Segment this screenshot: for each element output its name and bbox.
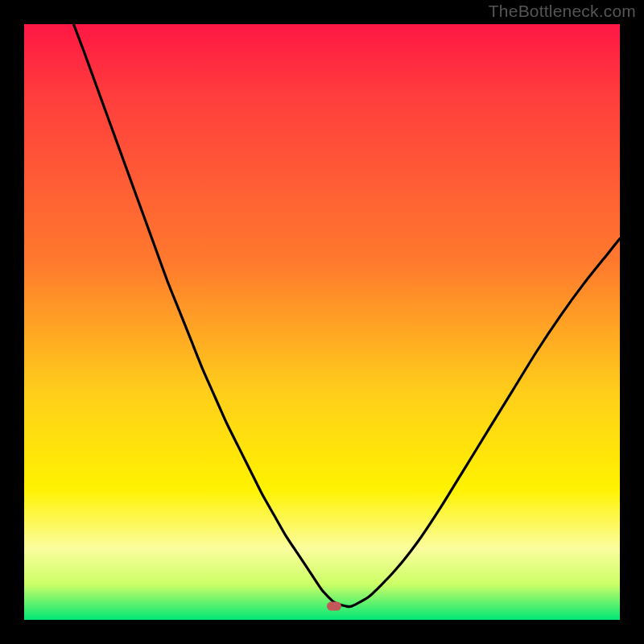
plot-area <box>24 24 620 620</box>
chart-frame: TheBottleneck.com <box>0 0 644 644</box>
optimal-point-marker <box>327 601 341 610</box>
curve-layer <box>24 24 620 620</box>
watermark-text: TheBottleneck.com <box>489 2 636 21</box>
bottleneck-curve <box>73 24 620 607</box>
